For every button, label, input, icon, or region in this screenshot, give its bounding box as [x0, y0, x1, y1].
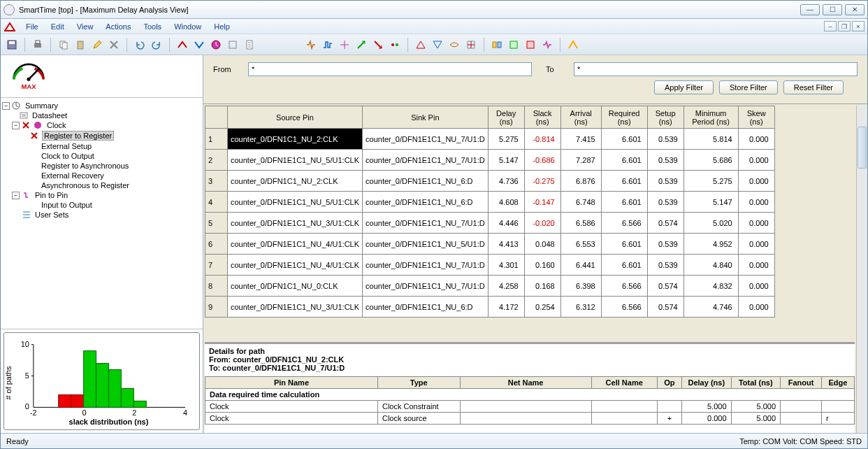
tree-reg2reg[interactable]: Register to Register	[42, 131, 114, 141]
svg-rect-4	[36, 41, 40, 43]
tree-clock[interactable]: Clock	[45, 121, 68, 129]
paste-icon[interactable]	[73, 38, 87, 52]
table-row[interactable]: 2counter_0/DFN1E1C1_NU_5/U1:CLKcounter_0…	[205, 150, 775, 171]
tree-pin2pin[interactable]: Pin to Pin	[34, 191, 69, 199]
delete-icon[interactable]	[107, 38, 121, 52]
save-icon[interactable]	[5, 38, 19, 52]
menu-tools[interactable]: Tools	[138, 21, 167, 32]
edit-icon[interactable]	[90, 38, 104, 52]
col-arrival[interactable]: Arrival (ns)	[560, 106, 601, 129]
tree-ext-rec[interactable]: External Recovery	[40, 171, 106, 180]
to-input[interactable]	[574, 62, 858, 76]
app-icon	[3, 4, 15, 15]
minimize-button[interactable]: —	[800, 4, 820, 15]
child-close-button[interactable]: ×	[852, 21, 865, 31]
tb2-14-icon[interactable]	[540, 38, 554, 52]
reset-filter-button[interactable]: Reset Filter	[783, 80, 844, 94]
table-row[interactable]: 8counter_0/DFN1C1_NU_0:CLKcounter_0/DFN1…	[205, 276, 775, 297]
svg-rect-34	[59, 394, 71, 407]
tb2-11-icon[interactable]	[490, 38, 504, 52]
table-row[interactable]: 4counter_0/DFN1E1C1_NU_5/U1:CLKcounter_0…	[205, 192, 775, 213]
table-row[interactable]: 1counter_0/DFN1C1_NU_2:CLKcounter_0/DFN1…	[205, 129, 775, 150]
menu-view[interactable]: View	[71, 21, 99, 32]
tb2-6-icon[interactable]	[388, 38, 402, 52]
close-button[interactable]: ✕	[845, 4, 865, 15]
col-required[interactable]: Required (ns)	[601, 106, 647, 129]
tb2-1-icon[interactable]	[304, 38, 318, 52]
svg-point-17	[27, 78, 30, 81]
menu-edit[interactable]: Edit	[45, 21, 70, 32]
tb2-8-icon[interactable]	[431, 38, 444, 52]
tb2-2-icon[interactable]	[321, 38, 335, 52]
tb2-4-icon[interactable]	[354, 38, 368, 52]
svg-rect-40	[133, 401, 146, 407]
tree-ext-setup[interactable]: External Setup	[40, 142, 93, 150]
tree-clk2out[interactable]: Clock to Output	[40, 152, 96, 160]
from-input[interactable]	[248, 62, 532, 76]
svg-text:0: 0	[82, 408, 87, 417]
maximize-button[interactable]: ☐	[823, 4, 842, 15]
child-restore-button[interactable]: ❐	[838, 21, 851, 31]
window-title: SmartTime [top] - [Maximum Delay Analysi…	[19, 6, 800, 14]
child-minimize-button[interactable]: –	[824, 21, 837, 31]
menu-window[interactable]: Window	[168, 21, 207, 32]
menu-help[interactable]: Help	[208, 21, 236, 32]
tree-in2out[interactable]: Input to Output	[40, 201, 94, 209]
paths-table[interactable]: Source Pin Sink Pin Delay (ns) Slack (ns…	[205, 106, 775, 318]
tree-summary[interactable]: Summary	[24, 101, 59, 110]
tb2-15-icon[interactable]	[566, 38, 580, 52]
titlebar[interactable]: SmartTime [top] - [Maximum Delay Analysi…	[1, 1, 867, 19]
undo-icon[interactable]	[133, 38, 147, 52]
status-bar: Ready Temp: COM Volt: COM Speed: STD	[1, 433, 867, 448]
svg-rect-36	[84, 351, 96, 408]
redo-icon[interactable]	[150, 38, 164, 52]
col-delay[interactable]: Delay (ns)	[488, 106, 524, 129]
max-analysis-icon[interactable]	[175, 38, 189, 52]
tb2-13-icon[interactable]	[523, 38, 537, 52]
svg-rect-0	[4, 30, 15, 31]
tb2-9-icon[interactable]	[447, 38, 461, 52]
tree-reg2async[interactable]: Register to Asynchronous	[40, 162, 130, 170]
svg-point-21	[34, 122, 41, 129]
table-row[interactable]: 9counter_0/DFN1E1C1_NU_3/U1:CLKcounter_0…	[205, 297, 775, 318]
col-source[interactable]: Source Pin	[228, 106, 363, 129]
col-slack[interactable]: Slack (ns)	[524, 106, 560, 129]
path-details[interactable]: Details for path From: counter_0/DFN1C1_…	[205, 342, 855, 433]
tree-usersets[interactable]: User Sets	[34, 211, 70, 219]
tree-datasheet[interactable]: Datasheet	[31, 111, 68, 120]
min-analysis-icon[interactable]	[192, 38, 206, 52]
svg-text:5: 5	[25, 371, 29, 380]
table-row[interactable]: 3counter_0/DFN1C1_NU_2:CLKcounter_0/DFN1…	[205, 171, 775, 192]
copy-icon[interactable]	[57, 38, 71, 52]
apply-filter-button[interactable]: Apply Filter	[654, 80, 714, 94]
table-row[interactable]: 5counter_0/DFN1E1C1_NU_3/U1:CLKcounter_0…	[205, 213, 775, 234]
col-minperiod[interactable]: Minimum Period (ns)	[683, 106, 738, 129]
analysis-tree[interactable]: −Summary Datasheet −Clock Register to Re…	[1, 97, 203, 329]
table-row[interactable]: 6counter_0/DFN1E1C1_NU_4/U1:CLKcounter_0…	[205, 234, 775, 255]
tb2-5-icon[interactable]	[371, 38, 385, 52]
menu-file[interactable]: File	[20, 21, 44, 32]
svg-rect-14	[498, 42, 501, 48]
svg-rect-6	[62, 43, 67, 49]
table-row[interactable]: 7counter_0/DFN1E1C1_NU_4/U1:CLKcounter_0…	[205, 255, 775, 276]
col-skew[interactable]: Skew (ns)	[738, 106, 774, 129]
tb2-12-icon[interactable]	[507, 38, 521, 52]
details-table: Pin Name Type Net Name Cell Name Op Dela…	[205, 376, 855, 425]
status-right: Temp: COM Volt: COM Speed: STD	[739, 437, 862, 446]
report-icon[interactable]	[243, 38, 256, 52]
vertical-scrollbar[interactable]	[856, 106, 867, 433]
tb2-10-icon[interactable]	[464, 38, 478, 52]
svg-rect-3	[34, 43, 41, 48]
store-filter-button[interactable]: Store Filter	[719, 80, 778, 94]
col-setup[interactable]: Setup (ns)	[647, 106, 683, 129]
svg-rect-7	[78, 41, 83, 49]
clock-icon[interactable]	[209, 38, 223, 52]
menu-actions[interactable]: Actions	[100, 21, 136, 32]
tree-async2reg[interactable]: Asynchronous to Register	[40, 181, 131, 190]
paths-table-wrap[interactable]: Source Pin Sink Pin Delay (ns) Slack (ns…	[203, 104, 856, 342]
print-icon[interactable]	[31, 38, 45, 52]
tb2-3-icon[interactable]	[338, 38, 352, 52]
col-sink[interactable]: Sink Pin	[363, 106, 489, 129]
tb2-7-icon[interactable]	[414, 38, 428, 52]
constraint-icon[interactable]	[226, 38, 240, 52]
